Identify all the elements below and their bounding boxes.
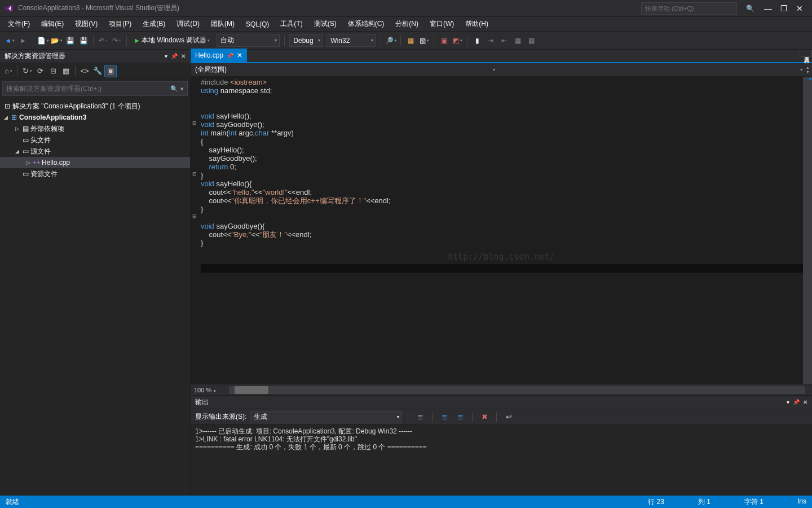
search-submit-icon[interactable]: 🔍 — [170, 85, 178, 93]
search-icon[interactable]: 🔍 — [746, 5, 754, 12]
solution-search-input[interactable] — [6, 85, 168, 93]
tb-icon7[interactable]: ⇤ — [498, 34, 510, 47]
panel-menu-icon[interactable]: ▾ — [165, 53, 167, 59]
toolbox-dock-tab[interactable]: 工具箱 — [800, 50, 812, 57]
menu-debug[interactable]: 调试(D) — [171, 17, 205, 30]
solution-node[interactable]: ⊡ 解决方案 "ConsoleApplication3" (1 个项目) — [0, 100, 190, 112]
show-all-icon[interactable]: ▦ — [60, 65, 72, 77]
tb-icon3[interactable]: ▣ — [438, 34, 450, 47]
expander-icon[interactable]: ◢ — [2, 115, 9, 120]
start-debug-button[interactable]: ▶本地 Windows 调试器 — [130, 34, 214, 47]
headers-node[interactable]: ▭ 头文件 — [0, 134, 190, 146]
pin-icon[interactable]: 📌 — [171, 53, 178, 59]
new-project-button[interactable]: 📄 — [37, 34, 49, 47]
sync-icon[interactable]: ↻ — [21, 65, 33, 77]
expander-icon[interactable]: ▷ — [14, 126, 20, 132]
panel-close-icon[interactable]: ✕ — [803, 399, 807, 405]
output-next-icon[interactable]: ≣ — [454, 411, 466, 423]
panel-menu-icon[interactable]: ▾ — [787, 399, 789, 405]
pin-icon[interactable]: 📌 — [793, 399, 800, 405]
menu-project[interactable]: 项目(P) — [103, 17, 137, 30]
expander-icon[interactable]: ▷ — [25, 160, 32, 165]
collapse-icon[interactable]: ⊟ — [47, 65, 59, 77]
search-options-icon[interactable]: ▾ — [180, 85, 184, 93]
auto-combo[interactable]: 自动 — [217, 34, 280, 47]
editor-area: Hello.cpp 📌 ✕ ▾ (全局范围) ▲▼ ⊟ ⊟ ⊟ #include… — [191, 50, 812, 496]
refresh-icon[interactable]: ⟳ — [34, 65, 46, 77]
save-button[interactable]: 💾 — [64, 34, 76, 47]
tb-icon6[interactable]: ⇥ — [484, 34, 497, 47]
menu-view[interactable]: 视图(V) — [69, 17, 103, 30]
output-text[interactable]: 1>------ 已启动生成: 项目: ConsoleApplication3,… — [191, 425, 812, 496]
refs-icon: ▤ — [20, 125, 30, 133]
menu-team[interactable]: 团队(M) — [205, 17, 240, 30]
external-deps-node[interactable]: ▷ ▤ 外部依赖项 — [0, 123, 190, 134]
tab-pin-icon[interactable]: 📌 — [227, 52, 233, 59]
tab-close-icon[interactable]: ✕ — [237, 51, 242, 59]
resources-node[interactable]: ▭ 资源文件 — [0, 168, 190, 179]
code-text[interactable]: #include <iostream> using namespace std;… — [198, 77, 812, 384]
tb-icon2[interactable]: ▧ — [418, 34, 430, 47]
menu-analyze[interactable]: 分析(N) — [390, 17, 424, 30]
output-source-combo[interactable]: 生成 — [250, 411, 402, 423]
solution-explorer-header: 解决方案资源管理器 ▾ 📌 ✕ — [0, 50, 190, 63]
folder-icon: ▭ — [20, 170, 30, 178]
menu-window[interactable]: 窗口(W) — [424, 17, 460, 30]
vs-logo-icon — [5, 4, 14, 13]
menu-file[interactable]: 文件(F) — [2, 17, 36, 30]
save-all-button[interactable]: 💾 — [77, 34, 90, 47]
project-node[interactable]: ◢ ⊞ ConsoleApplication3 — [0, 112, 190, 123]
platform-combo[interactable]: Win32 — [326, 34, 376, 47]
nav-forward-button[interactable]: ► — [17, 34, 29, 47]
split-nav[interactable]: ▲▼ — [806, 65, 810, 75]
output-find-icon[interactable]: ≣ — [414, 411, 426, 423]
home-icon[interactable]: ⌂ — [2, 65, 15, 77]
menu-sql[interactable]: SQL(Q) — [240, 19, 275, 30]
code-icon[interactable]: <> — [78, 65, 91, 77]
redo-button[interactable]: ↷ — [111, 34, 123, 47]
fold-icon[interactable]: ⊟ — [191, 120, 198, 129]
find-button[interactable]: 🔎 — [385, 34, 397, 47]
solution-search[interactable]: 🔍 ▾ — [2, 81, 188, 96]
zoom-combo[interactable]: 100 % — [194, 387, 226, 393]
vertical-scrollbar[interactable] — [803, 77, 812, 384]
horizontal-scrollbar[interactable] — [229, 386, 805, 394]
tb-icon4[interactable]: ◩ — [451, 34, 464, 47]
preview-icon[interactable]: ▣ — [104, 65, 117, 77]
menu-architecture[interactable]: 体系结构(C) — [342, 17, 390, 30]
close-button[interactable]: ✕ — [792, 4, 807, 13]
menu-edit[interactable]: 编辑(E) — [36, 17, 69, 30]
restore-button[interactable]: ❐ — [776, 4, 792, 13]
member-combo[interactable] — [498, 64, 806, 76]
panel-close-icon[interactable]: ✕ — [181, 53, 186, 59]
sources-node[interactable]: ◢ ▭ 源文件 — [0, 146, 190, 157]
hello-cpp-node[interactable]: ▷ ++ Hello.cpp — [0, 157, 190, 168]
menu-tools[interactable]: 工具(T) — [275, 17, 308, 30]
editor-tab-hello[interactable]: Hello.cpp 📌 ✕ — [191, 49, 247, 62]
scope-combo[interactable]: (全局范围) — [191, 64, 498, 76]
menu-build[interactable]: 生成(B) — [137, 17, 171, 30]
fold-icon[interactable]: ⊟ — [191, 213, 198, 222]
tb-icon1[interactable]: ▦ — [404, 34, 417, 47]
properties-icon[interactable]: 🔧 — [91, 65, 104, 77]
main-toolbar: ◄ ► 📄 📂 💾 💾 ↶ ↷ ▶本地 Windows 调试器 自动 Debug… — [0, 32, 812, 50]
output-wrap-icon[interactable]: ↩ — [502, 411, 515, 423]
output-clear-icon[interactable]: ✖ — [478, 411, 491, 423]
undo-button[interactable]: ↶ — [97, 34, 109, 47]
nav-back-button[interactable]: ◄ — [3, 34, 16, 47]
open-file-button[interactable]: 📂 — [50, 34, 63, 47]
expander-icon[interactable]: ◢ — [14, 148, 20, 154]
menu-test[interactable]: 测试(S) — [308, 17, 342, 30]
minimize-button[interactable]: — — [760, 4, 776, 13]
separator — [17, 66, 18, 76]
tb-icon5[interactable]: ▮ — [471, 34, 483, 47]
fold-icon[interactable]: ⊟ — [191, 171, 198, 179]
config-combo[interactable]: Debug — [289, 34, 323, 47]
code-editor[interactable]: ⊟ ⊟ ⊟ #include <iostream> using namespac… — [191, 77, 812, 384]
output-prev-icon[interactable]: ≣ — [438, 411, 451, 423]
cpp-file-icon: ++ — [32, 159, 42, 167]
quick-launch-input[interactable] — [641, 2, 737, 15]
tb-icon9[interactable]: ▦ — [525, 34, 537, 47]
tb-icon8[interactable]: ▦ — [511, 34, 524, 47]
menu-help[interactable]: 帮助(H) — [460, 17, 494, 30]
